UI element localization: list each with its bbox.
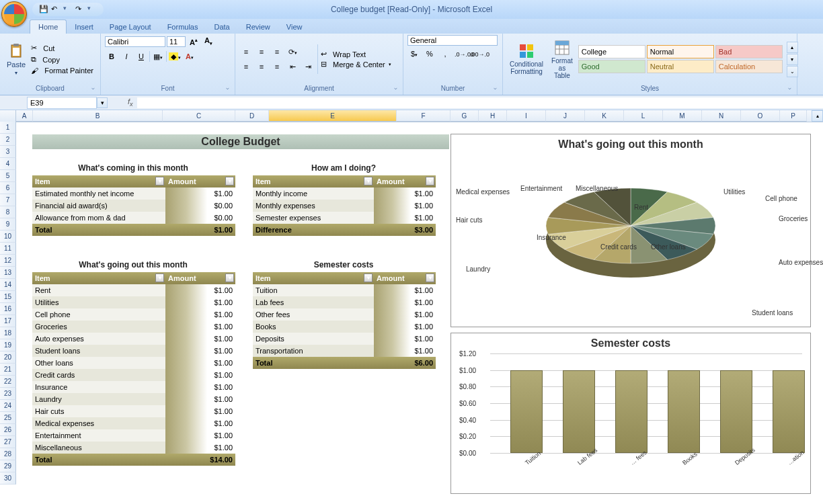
- table-cell[interactable]: Other loans: [32, 357, 165, 369]
- table-cell[interactable]: Student loans: [32, 345, 165, 357]
- increase-indent-button[interactable]: ⇥: [301, 60, 315, 73]
- bold-button[interactable]: B: [105, 50, 118, 63]
- col-header-item[interactable]: Item▾: [32, 272, 165, 284]
- underline-button[interactable]: U: [134, 50, 148, 63]
- filter-dropdown-icon[interactable]: ▾: [364, 177, 373, 185]
- increase-decimal-button[interactable]: .0→.00: [454, 47, 467, 60]
- align-right-button[interactable]: ≡: [270, 60, 284, 73]
- table-cell[interactable]: Monthly income: [253, 187, 374, 200]
- shrink-font-button[interactable]: A▾: [202, 35, 215, 48]
- table-cell[interactable]: Rent: [32, 284, 165, 296]
- row-headers[interactable]: 1234567891011121314151617181920212223242…: [0, 122, 16, 485]
- undo-icon[interactable]: ↶: [51, 5, 61, 14]
- row-header-24[interactable]: 24: [0, 400, 16, 412]
- conditional-formatting-button[interactable]: Conditional Formatting: [507, 42, 546, 77]
- styles-more[interactable]: ⌄: [787, 66, 798, 77]
- align-middle-button[interactable]: ≡: [255, 45, 268, 58]
- table-cell-amount[interactable]: $0.00: [165, 212, 235, 224]
- table-cell-amount[interactable]: $1.00: [165, 308, 235, 321]
- row-header-9[interactable]: 9: [0, 218, 16, 230]
- border-button[interactable]: ▦▾: [151, 50, 165, 63]
- row-header-2[interactable]: 2: [0, 134, 16, 146]
- table-cell-amount[interactable]: $0.00: [165, 200, 235, 212]
- vertical-scrollbar[interactable]: ▴: [812, 110, 823, 122]
- cut-button[interactable]: ✂ Cut: [31, 44, 93, 52]
- save-icon[interactable]: 💾: [39, 5, 48, 14]
- merge-center-button[interactable]: ⊟ Merge & Center ▾: [321, 60, 391, 69]
- table-cell-amount[interactable]: $1.00: [374, 212, 436, 224]
- table-cell[interactable]: Estimated monthly net income: [32, 187, 165, 200]
- table-cell-amount[interactable]: $1.00: [165, 405, 235, 417]
- format-as-table-button[interactable]: Format as Table: [549, 38, 576, 81]
- row-header-18[interactable]: 18: [0, 327, 16, 339]
- table-cell[interactable]: Books: [253, 321, 374, 333]
- table-cell[interactable]: Semester expenses: [253, 212, 374, 224]
- table-cell-amount[interactable]: $1.00: [374, 296, 436, 308]
- row-header-15[interactable]: 15: [0, 291, 16, 303]
- row-header-26[interactable]: 26: [0, 424, 16, 436]
- styles-scroll-up[interactable]: ▴: [787, 42, 798, 53]
- style-neutral[interactable]: Neutral: [647, 60, 714, 73]
- tab-home[interactable]: Home: [30, 19, 67, 34]
- col-header-F[interactable]: F: [397, 110, 450, 122]
- name-box-dropdown[interactable]: ▾: [97, 97, 108, 108]
- undo-dropdown[interactable]: ▾: [63, 5, 73, 14]
- col-header-amount[interactable]: Amount▾: [374, 272, 436, 284]
- col-header-J[interactable]: J: [546, 110, 585, 122]
- chart-bar[interactable]: Semester costs $0.00$0.20$0.40$0.60$0.80…: [450, 333, 811, 494]
- filter-dropdown-icon[interactable]: ▾: [225, 177, 234, 185]
- col-header-G[interactable]: G: [450, 110, 479, 122]
- cell-styles-gallery[interactable]: CollegeNormalBadGoodNeutralCalculation: [578, 45, 783, 73]
- office-button[interactable]: [1, 1, 27, 27]
- row-header-3[interactable]: 3: [0, 146, 16, 158]
- col-header-K[interactable]: K: [585, 110, 624, 122]
- col-header-B[interactable]: B: [33, 110, 163, 122]
- total-label[interactable]: Total: [253, 357, 374, 369]
- row-header-12[interactable]: 12: [0, 255, 16, 267]
- style-college[interactable]: College: [578, 45, 645, 58]
- paste-dropdown-icon[interactable]: ▾: [15, 70, 17, 76]
- wrap-text-button[interactable]: ↩ Wrap Text: [321, 50, 391, 58]
- table-cell[interactable]: Cell phone: [32, 308, 165, 321]
- table-cell-amount[interactable]: $1.00: [165, 369, 235, 381]
- qat-customize[interactable]: ▾: [87, 5, 97, 14]
- grow-font-button[interactable]: A▴: [187, 35, 200, 48]
- table-cell-amount[interactable]: $1.00: [165, 417, 235, 429]
- tab-page-layout[interactable]: Page Layout: [102, 20, 159, 34]
- align-left-button[interactable]: ≡: [239, 60, 253, 73]
- name-box[interactable]: [27, 97, 97, 109]
- total-label[interactable]: Total: [32, 224, 165, 236]
- style-good[interactable]: Good: [578, 60, 645, 73]
- row-header-10[interactable]: 10: [0, 230, 16, 243]
- col-header-D[interactable]: D: [235, 110, 269, 122]
- format-painter-button[interactable]: 🖌 Format Painter: [31, 67, 93, 75]
- tab-data[interactable]: Data: [206, 20, 237, 34]
- table-cell[interactable]: Laundry: [32, 393, 165, 405]
- table-cell[interactable]: Utilities: [32, 296, 165, 308]
- scroll-up-button[interactable]: ▴: [812, 110, 823, 122]
- filter-dropdown-icon[interactable]: ▾: [364, 274, 373, 282]
- col-header-N[interactable]: N: [702, 110, 741, 122]
- filter-dropdown-icon[interactable]: ▾: [426, 177, 434, 185]
- table-cell-amount[interactable]: $1.00: [165, 393, 235, 405]
- row-header-11[interactable]: 11: [0, 243, 16, 255]
- table-cell-amount[interactable]: $1.00: [165, 333, 235, 345]
- tab-formulas[interactable]: Formulas: [159, 20, 206, 34]
- worksheet[interactable]: ABCDEFGHIJKLMNOP 12345678910111213141516…: [0, 110, 823, 504]
- table-cell-amount[interactable]: $1.00: [165, 442, 235, 454]
- fx-icon[interactable]: fx: [128, 97, 133, 108]
- decrease-indent-button[interactable]: ⇤: [286, 60, 299, 73]
- table-cell[interactable]: Credit cards: [32, 369, 165, 381]
- copy-button[interactable]: ⧉ Copy: [31, 55, 93, 64]
- orientation-button[interactable]: ⟳▾: [286, 45, 299, 58]
- table-cell[interactable]: Monthly expenses: [253, 200, 374, 212]
- tab-review[interactable]: Review: [238, 20, 278, 34]
- table-cell-amount[interactable]: $1.00: [165, 345, 235, 357]
- table-cell[interactable]: Insurance: [32, 381, 165, 393]
- table-cell[interactable]: Miscellaneous: [32, 442, 165, 454]
- table-cell[interactable]: Transportation: [253, 345, 374, 357]
- row-header-28[interactable]: 28: [0, 448, 16, 460]
- filter-dropdown-icon[interactable]: ▾: [155, 274, 164, 282]
- font-name-select[interactable]: [105, 36, 165, 47]
- redo-icon[interactable]: ↷: [75, 5, 85, 14]
